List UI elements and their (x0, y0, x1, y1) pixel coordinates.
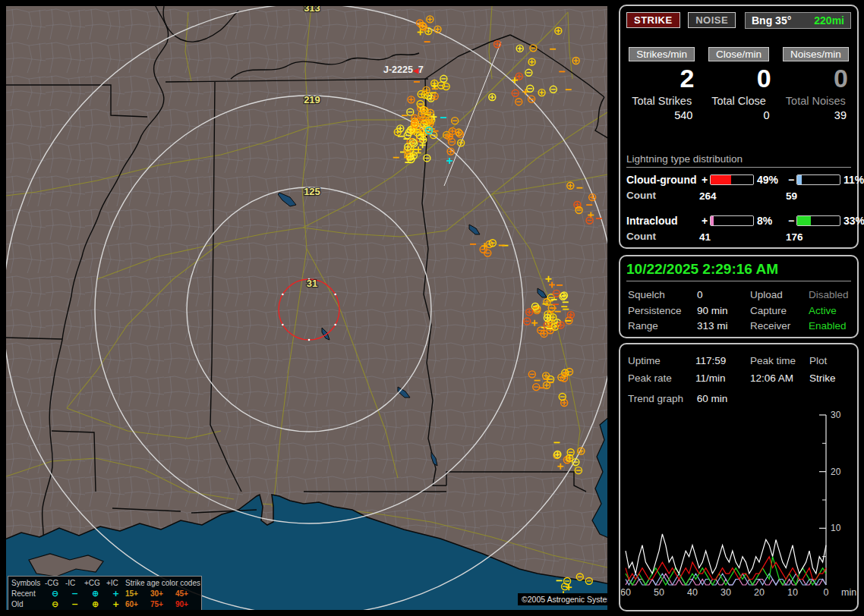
ic-neg-pct: 33% (840, 215, 864, 227)
noises-per-min-column: Noises/min 0 Total Noises 39 (777, 47, 854, 121)
legend-strike-symbol: ⊕ (84, 589, 106, 599)
strikes-per-min-button[interactable]: Strikes/min (629, 47, 695, 61)
trend-chart: 1020306050403020100min (621, 409, 858, 597)
capture-label: Capture (750, 303, 809, 319)
close-per-min-button[interactable]: Close/min (708, 47, 769, 61)
legend-strike-symbol: − (65, 589, 84, 599)
legend-age-title: Strike age color codes (125, 578, 200, 589)
minus-sign: − (786, 174, 796, 186)
ic-neg-bar (796, 215, 840, 226)
cg-pos-pct: 49% (754, 174, 786, 186)
cg-pos-bar (710, 174, 754, 185)
squelch-value: 0 (697, 288, 750, 303)
svg-text:219: 219 (304, 94, 320, 105)
noise-button[interactable]: NOISE (688, 12, 736, 28)
cg-neg-count: 59 (786, 190, 840, 202)
close-per-min-value: 0 (700, 61, 777, 95)
trend-graph-window: 60 min (697, 393, 728, 404)
symbol-legend: Symbols -CG -IC +CG +IC Strike age color… (8, 576, 202, 610)
ic-count-label: Count (626, 228, 699, 245)
plot-label: Plot (809, 352, 851, 369)
legend-strike-symbol: ⊖ (45, 599, 65, 610)
uptime-label: Uptime (628, 352, 695, 369)
ic-neg-count: 176 (786, 231, 840, 243)
trend-panel: Uptime 117:59 Peak time Plot Peak rate 1… (619, 343, 859, 611)
plot-value: Strike (809, 369, 851, 387)
datetime-display: 10/22/2025 2:29:16 AM (626, 261, 851, 281)
svg-text:40: 40 (687, 587, 698, 597)
ic-pos-bar (710, 215, 754, 226)
range-value: 313 mi (697, 319, 750, 335)
svg-text:20: 20 (754, 587, 765, 597)
total-strikes-value: 540 (623, 109, 700, 121)
peak-time-label: Peak time (750, 352, 809, 369)
status-panel: 10/22/2025 2:29:16 AM Squelch 0 Upload D… (619, 255, 859, 338)
trend-graph-label: Trend graph (628, 393, 683, 404)
peak-rate-value: 11/min (695, 369, 750, 387)
total-noises-value: 39 (777, 109, 854, 121)
legend-age-code: 90+ (175, 599, 200, 610)
map-canvas: 31321912531 J-2225◀7 (6, 6, 607, 610)
svg-text:min: min (841, 587, 856, 597)
noises-per-min-button[interactable]: Noises/min (783, 47, 849, 61)
distribution-title: Lightning type distribution (626, 153, 851, 168)
legend-strike-symbol: + (106, 599, 125, 610)
legend-row-label: Old (11, 599, 45, 610)
lightning-distribution: Lightning type distribution Cloud-ground… (626, 153, 851, 245)
persistence-label: Persistence (628, 303, 697, 319)
total-noises-label: Total Noises (777, 95, 854, 107)
total-close-value: 0 (700, 109, 777, 121)
lightning-map[interactable]: 31321912531 J-2225◀7 Symbols -CG -IC +CG… (6, 6, 607, 610)
legend-col-ic-pos: +IC (106, 578, 125, 589)
bearing-display: Bng 35° 220mi (745, 12, 851, 29)
cg-count-label: Count (626, 187, 699, 204)
total-close-label: Total Close (700, 95, 777, 107)
legend-col-cg-pos: +CG (84, 578, 106, 589)
plus-sign: + (699, 174, 710, 186)
svg-text:0: 0 (824, 587, 829, 597)
svg-text:313: 313 (304, 6, 320, 14)
minus-sign: − (786, 215, 796, 227)
strikes-per-min-value: 2 (623, 61, 700, 95)
range-label: Range (628, 319, 697, 335)
cg-pos-count: 264 (699, 190, 754, 202)
peak-time-value: 12:06 AM (750, 369, 809, 387)
cg-neg-bar (796, 174, 840, 185)
intracloud-label: Intracloud (626, 215, 699, 227)
plus-sign: + (699, 215, 710, 227)
legend-recent-row: Recent⊖−⊕+15+30+45+ (11, 589, 198, 599)
svg-text:125: 125 (304, 186, 320, 197)
receiver-status: Enabled (809, 319, 851, 335)
svg-text:20: 20 (831, 467, 841, 477)
ic-pos-pct: 8% (754, 215, 786, 227)
svg-text:30: 30 (721, 587, 731, 597)
legend-header-row: Symbols -CG -IC +CG +IC Strike age color… (11, 578, 198, 589)
legend-old-row: Old⊖−⊕+60+75+90+ (11, 599, 198, 610)
bearing-distance: 220mi (814, 14, 844, 27)
legend-strike-symbol: ⊕ (84, 599, 106, 610)
uptime-value: 117:59 (695, 352, 750, 369)
legend-age-code: 45+ (175, 589, 200, 599)
legend-age-code: 60+ (125, 599, 150, 610)
svg-text:30: 30 (831, 410, 841, 420)
svg-text:10: 10 (831, 523, 841, 533)
upload-label: Upload (750, 288, 809, 303)
peak-rate-label: Peak rate (628, 369, 695, 387)
storm-cell-label: J-2225◀7 (383, 64, 424, 75)
noises-per-min-value: 0 (777, 61, 854, 95)
svg-text:60: 60 (621, 587, 631, 597)
legend-age-code: 75+ (150, 599, 175, 610)
ic-pos-count: 41 (699, 231, 754, 243)
copyright: ©2005 Astrogenic Systems (518, 593, 607, 605)
legend-col-ic-neg: -IC (65, 578, 84, 589)
legend-age-code: 15+ (125, 589, 150, 599)
legend-row-label: Recent (11, 589, 45, 599)
legend-strike-symbol: − (65, 599, 84, 610)
strike-counter-panel: STRIKE NOISE Bng 35° 220mi Strikes/min 2… (619, 5, 859, 249)
strike-button[interactable]: STRIKE (626, 12, 680, 28)
legend-title: Symbols (11, 578, 45, 589)
total-strikes-label: Total Strikes (623, 95, 700, 107)
squelch-label: Squelch (628, 288, 697, 303)
close-per-min-column: Close/min 0 Total Close 0 (700, 47, 777, 121)
legend-col-cg-neg: -CG (45, 578, 65, 589)
